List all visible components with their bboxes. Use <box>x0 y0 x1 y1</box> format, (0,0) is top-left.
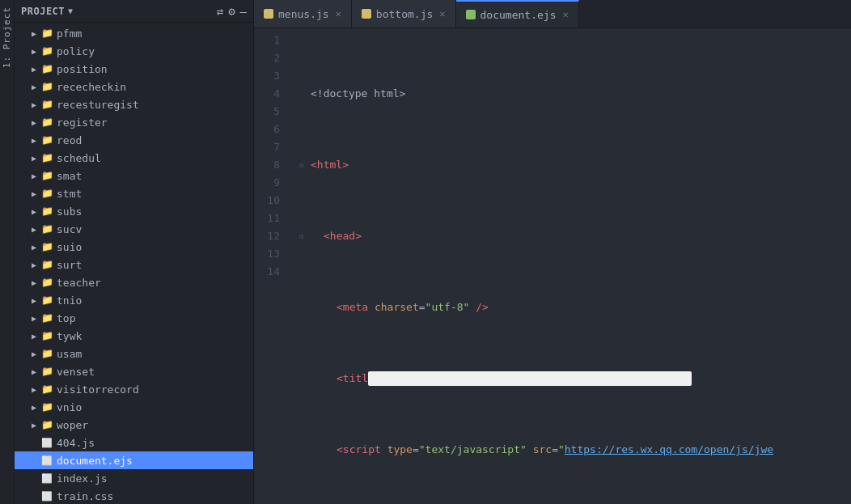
line-num-6: 6 <box>260 121 280 138</box>
sidebar-folder-stmt[interactable]: ▶ 📁 stmt <box>15 184 253 202</box>
sidebar-file-documentejs[interactable]: ▶ ⬜ document.ejs <box>15 451 253 469</box>
folder-label-visitorrecord: visitorrecord <box>57 383 139 396</box>
file-label-documentejs: document.ejs <box>57 455 133 467</box>
line-num-12: 12 <box>260 227 280 245</box>
code-attr-type1: type <box>387 441 413 459</box>
tab-bottomjs[interactable]: bottom.js ✕ <box>352 0 456 28</box>
code-content: <!doctype html> ⊟ <html> ⊟ <head> <meta … <box>293 32 851 504</box>
code-tag-html-open: <html> <box>311 156 349 174</box>
code-string-src1: " <box>558 441 565 459</box>
folder-label-surt: surt <box>57 259 82 271</box>
code-line-2: ⊟ <html> <box>299 156 851 174</box>
sidebar-folder-suio[interactable]: ▶ 📁 suio <box>15 238 253 256</box>
sidebar-folder-policy[interactable]: ▶ 📁 policy <box>15 42 253 60</box>
sidebar-folder-teacher[interactable]: ▶ 📁 teacher <box>15 273 253 291</box>
sidebar-folder-smat[interactable]: ▶ 📁 smat <box>15 167 253 184</box>
sidebar-folder-surt[interactable]: ▶ 📁 surt <box>15 256 253 273</box>
tab-close-bottomjs[interactable]: ✕ <box>439 8 445 19</box>
folder-icon-suio: 📁 <box>40 241 53 252</box>
sidebar-file-indexjs[interactable]: ▶ ⬜ index.js <box>15 469 253 487</box>
settings-icon[interactable]: ⚙ <box>228 5 235 18</box>
fold-arrow-3[interactable]: ⊟ <box>299 227 311 245</box>
tab-close-documentejs[interactable]: ✕ <box>562 9 568 20</box>
line-num-5: 5 <box>260 103 280 121</box>
activity-bar-label: 1: Project <box>2 6 12 68</box>
folder-icon-surt: 📁 <box>40 259 53 270</box>
line-num-11: 11 <box>260 210 280 227</box>
folder-label-position: position <box>57 63 108 75</box>
folder-label-top: top <box>57 312 75 324</box>
sidebar-folder-visitorrecord[interactable]: ▶ 📁 visitorrecord <box>15 380 253 398</box>
sidebar-folder-venset[interactable]: ▶ 📁 venset <box>15 362 253 380</box>
sidebar-folder-schedul[interactable]: ▶ 📁 schedul <box>15 149 253 167</box>
sidebar-folder-usam[interactable]: ▶ 📁 usam <box>15 345 253 362</box>
folder-arrow-rececheckin: ▶ <box>28 83 40 91</box>
fold-arrow-2[interactable]: ⊟ <box>299 156 311 174</box>
folder-arrow-woper: ▶ <box>28 421 40 430</box>
folder-label-venset: venset <box>57 366 95 378</box>
folder-label-recesturegist: recesturegist <box>57 99 139 111</box>
sidebar-folder-tnio[interactable]: ▶ 📁 tnio <box>15 291 253 309</box>
folder-icon-stmt: 📁 <box>40 188 53 199</box>
activity-bar: 1: Project <box>0 0 15 504</box>
tab-documentejs[interactable]: document.ejs ✕ <box>456 0 579 28</box>
code-equals-3: = <box>552 441 558 459</box>
ejs-tab-icon-document <box>466 10 476 19</box>
folder-icon-tnio: 📁 <box>40 294 53 306</box>
code-line-4: <meta charset = "utf-8" /> <box>299 299 851 316</box>
transfer-icon[interactable]: ⇄ <box>217 5 223 18</box>
code-tag-meta: <meta <box>337 299 375 316</box>
code-tag-title: <titl <box>337 370 368 388</box>
tab-menusjs[interactable]: menus.js ✕ <box>254 0 352 28</box>
sidebar-folder-woper[interactable]: ▶ 📁 woper <box>15 416 253 434</box>
ejs-file-icon-doc: ⬜ <box>40 455 53 466</box>
sidebar-folder-top[interactable]: ▶ 📁 top <box>15 309 253 327</box>
sidebar-header: Project ▼ ⇄ ⚙ — <box>15 0 253 23</box>
sidebar-folder-tywk[interactable]: ▶ 📁 tywk <box>15 327 253 345</box>
folder-icon-recesturegist: 📁 <box>40 99 53 110</box>
code-tag-head-open: <head> <box>324 227 362 245</box>
sidebar-folder-subs[interactable]: ▶ 📁 subs <box>15 202 253 220</box>
sidebar-folder-position[interactable]: ▶ 📁 position <box>15 60 253 78</box>
folder-arrow-vnio: ▶ <box>28 403 40 412</box>
chevron-down-icon: ▼ <box>68 6 73 15</box>
folder-icon-top: 📁 <box>40 312 53 324</box>
folder-label-sucv: sucv <box>57 223 82 235</box>
js-tab-icon-bottom <box>362 9 371 19</box>
folder-arrow-position: ▶ <box>28 65 40 74</box>
folder-label-tnio: tnio <box>57 294 82 307</box>
folder-icon-usam: 📁 <box>40 348 53 359</box>
code-doctype: <!doctype html> <box>311 85 405 103</box>
folder-arrow-reod: ▶ <box>28 136 40 145</box>
folder-label-smat: smat <box>57 170 82 182</box>
folder-icon-register: 📁 <box>40 116 53 128</box>
sidebar-folder-register[interactable]: ▶ 📁 register <box>15 113 253 131</box>
tab-close-menusjs[interactable]: ✕ <box>336 8 341 19</box>
folder-icon-rececheckin: 📁 <box>40 81 53 92</box>
sidebar-folder-pfmm[interactable]: ▶ 📁 pfmm <box>15 24 253 42</box>
folder-icon-schedul: 📁 <box>40 152 53 163</box>
folder-arrow-stmt: ▶ <box>28 189 40 198</box>
folder-label-policy: policy <box>57 45 95 57</box>
sidebar-folder-sucv[interactable]: ▶ 📁 sucv <box>15 220 253 238</box>
sidebar-file-traincss[interactable]: ▶ ⬜ train.css <box>15 487 253 504</box>
folder-icon-reod: 📁 <box>40 134 53 146</box>
folder-arrow-visitorrecord: ▶ <box>28 385 40 394</box>
close-panel-icon[interactable]: — <box>240 5 247 18</box>
folder-label-vnio: vnio <box>57 401 82 413</box>
folder-arrow-usam: ▶ <box>28 349 40 358</box>
line-num-3: 3 <box>260 67 280 85</box>
sidebar-folder-reod[interactable]: ▶ 📁 reod <box>15 131 253 149</box>
sidebar-folder-vnio[interactable]: ▶ 📁 vnio <box>15 398 253 416</box>
code-tag-script1: <script <box>337 441 387 459</box>
folder-icon-visitorrecord: 📁 <box>40 383 53 395</box>
code-line-5: <titl <box>299 370 851 388</box>
folder-label-teacher: teacher <box>57 277 101 289</box>
sidebar-folder-recesturegist[interactable]: ▶ 📁 recesturegist <box>15 95 253 113</box>
sidebar-file-404js[interactable]: ▶ ⬜ 404.js <box>15 434 253 451</box>
code-line-6: <script type = "text/javascript" src = "… <box>299 441 851 459</box>
sidebar-folder-rececheckin[interactable]: ▶ 📁 rececheckin <box>15 78 253 95</box>
folder-label-pfmm: pfmm <box>57 28 82 40</box>
code-editor[interactable]: 1 2 3 4 5 6 7 8 9 10 11 12 13 14 <!docty… <box>254 28 851 504</box>
code-equals-2: = <box>413 441 419 459</box>
